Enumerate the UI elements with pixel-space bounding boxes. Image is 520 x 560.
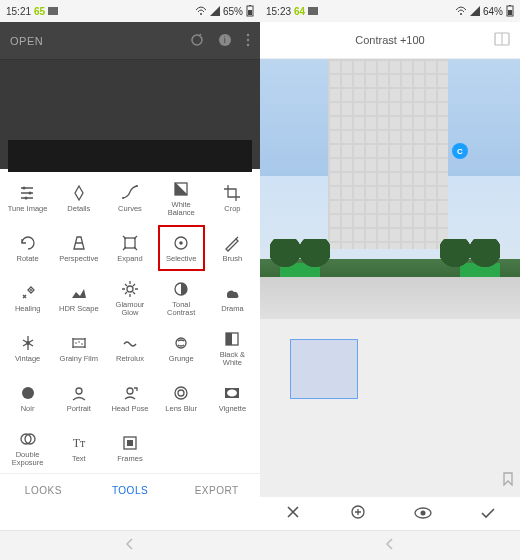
tool-double-exposure[interactable]: DoubleExposure <box>2 423 53 473</box>
tool-tune-image[interactable]: Tune Image <box>2 173 53 223</box>
photo-area: C <box>260 59 520 496</box>
tool-label: Text <box>72 455 86 463</box>
tool-selective[interactable]: Selective <box>156 223 207 273</box>
svg-point-33 <box>178 390 184 396</box>
svg-point-20 <box>127 286 133 292</box>
selective-icon <box>171 233 191 253</box>
more-icon[interactable] <box>246 33 250 49</box>
tool-noir[interactable]: Noir <box>2 373 53 423</box>
tool-hdr-scape[interactable]: HDR Scape <box>53 273 104 323</box>
tool-tonal-contrast[interactable]: TonalContrast <box>156 273 207 323</box>
frames-icon <box>120 433 140 453</box>
tree-shape <box>270 239 300 279</box>
tool-expand[interactable]: Expand <box>104 223 155 273</box>
tool-crop[interactable]: Crop <box>207 173 258 223</box>
svg-point-24 <box>75 342 77 344</box>
add-point-button[interactable] <box>347 504 369 524</box>
editor-canvas-dim <box>0 59 260 169</box>
drama-icon <box>222 283 242 303</box>
tool-label: Crop <box>224 205 240 213</box>
perspective-icon <box>69 233 89 253</box>
tool-label: Grunge <box>169 355 194 363</box>
tool-grainy-film[interactable]: Grainy Film <box>53 323 104 373</box>
svg-point-7 <box>247 33 250 36</box>
tree-shape <box>470 239 500 279</box>
nav-back-icon[interactable] <box>123 537 137 555</box>
svg-point-4 <box>192 35 202 45</box>
open-button[interactable]: OPEN <box>10 35 43 47</box>
tool-grunge[interactable]: Grunge <box>156 323 207 373</box>
tool-head-pose[interactable]: Head Pose <box>104 373 155 423</box>
tool-label: Portrait <box>67 405 91 413</box>
image-strip <box>8 140 252 172</box>
tool-curves[interactable]: Curves <box>104 173 155 223</box>
tool-label: Drama <box>221 305 244 313</box>
selective-control-point[interactable]: C <box>452 143 468 159</box>
bottom-tabs: LOOKS TOOLS EXPORT <box>0 473 260 507</box>
info-icon[interactable]: i <box>218 33 232 49</box>
tool-text[interactable]: TтText <box>53 423 104 473</box>
svg-point-18 <box>179 241 183 245</box>
details-icon <box>69 183 89 203</box>
tool-white-balance[interactable]: WhiteBalance <box>156 173 207 223</box>
head-pose-icon <box>120 383 140 403</box>
tool-label: WhiteBalance <box>168 201 195 217</box>
tool-label: Healing <box>15 305 40 313</box>
portrait-icon <box>69 383 89 403</box>
tool-label: Rotate <box>17 255 39 263</box>
svg-rect-40 <box>127 440 133 446</box>
tool-healing[interactable]: Healing <box>2 273 53 323</box>
layers-icon[interactable] <box>190 33 204 49</box>
tool-label: Head Pose <box>111 405 148 413</box>
tool-glamour-glow[interactable]: GlamourGlow <box>104 273 155 323</box>
vintage-icon <box>18 333 38 353</box>
tool-grid: Tune ImageDetailsCurvesWhiteBalanceCropR… <box>0 169 260 473</box>
wifi-icon <box>195 6 207 16</box>
tool-rotate[interactable]: Rotate <box>2 223 53 273</box>
rotate-icon <box>18 233 38 253</box>
android-navbar <box>260 530 520 560</box>
bookmark-icon[interactable] <box>502 472 514 490</box>
apply-button[interactable] <box>477 505 499 523</box>
svg-point-49 <box>420 510 425 515</box>
lens-blur-icon <box>171 383 191 403</box>
preview-button[interactable] <box>412 505 434 523</box>
point-label: C <box>457 147 463 156</box>
tool-portrait[interactable]: Portrait <box>53 373 104 423</box>
slider-area <box>260 319 520 496</box>
contrast-slider-handle[interactable] <box>290 339 358 399</box>
nav-back-icon[interactable] <box>383 537 397 555</box>
tool-black-white[interactable]: Black &White <box>207 323 258 373</box>
tool-label: Details <box>67 205 90 213</box>
tab-looks[interactable]: LOOKS <box>0 474 87 507</box>
tool-retrolux[interactable]: Retrolux <box>104 323 155 373</box>
tool-vintage[interactable]: Vintage <box>2 323 53 373</box>
tool-label: HDR Scape <box>59 305 99 313</box>
tool-perspective[interactable]: Perspective <box>53 223 104 273</box>
svg-point-30 <box>76 388 82 394</box>
signal-icon <box>470 6 480 16</box>
right-screen: 15:23 64 64% Contrast +100 <box>260 0 520 560</box>
tool-brush[interactable]: Brush <box>207 223 258 273</box>
tool-label: Tune Image <box>8 205 48 213</box>
tool-vignette[interactable]: Vignette <box>207 373 258 423</box>
tool-label: Grainy Film <box>60 355 98 363</box>
svg-point-0 <box>200 13 202 15</box>
tool-lens-blur[interactable]: Lens Blur <box>156 373 207 423</box>
tool-drama[interactable]: Drama <box>207 273 258 323</box>
wifi-icon <box>455 6 467 16</box>
building-shape <box>328 59 448 249</box>
tab-tools[interactable]: TOOLS <box>87 474 174 507</box>
styles-icon[interactable] <box>494 32 510 48</box>
tool-details[interactable]: Details <box>53 173 104 223</box>
tool-label: Perspective <box>59 255 98 263</box>
double-exposure-icon <box>18 429 38 449</box>
edited-photo[interactable]: C <box>260 59 520 319</box>
cancel-button[interactable] <box>282 505 304 523</box>
crop-icon <box>222 183 242 203</box>
tab-export[interactable]: EXPORT <box>173 474 260 507</box>
svg-point-9 <box>247 43 250 46</box>
status-bar: 15:23 64 64% <box>260 0 520 22</box>
tool-frames[interactable]: Frames <box>104 423 155 473</box>
android-navbar <box>0 530 260 560</box>
